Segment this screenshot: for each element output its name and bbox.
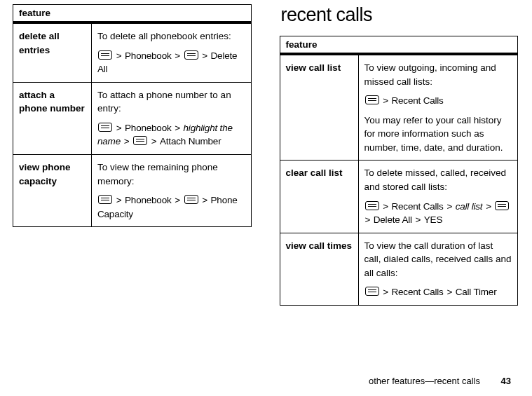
path-separator: > [446, 201, 455, 212]
path-token: Phonebook [125, 195, 172, 205]
desc-text: To view outgoing, incoming and missed ca… [364, 62, 496, 87]
feature-desc: To attach a phone number to an entry: > … [92, 82, 252, 154]
table-row: view call list To view outgoing, incomin… [280, 54, 518, 161]
feature-desc: To view the call duration of last call, … [358, 233, 518, 305]
table-row: attach a phone number To attach a phone … [13, 82, 252, 154]
table-row: clear call list To delete missed, called… [280, 161, 518, 233]
desc-text: To view the remaining phone memory: [97, 162, 218, 186]
table-header: feature [13, 5, 252, 23]
path-token: Recent Calls [392, 95, 444, 106]
nav-path: > Phonebook > > Phone Capacity [97, 193, 245, 221]
feature-desc: To delete all phonebook entries: > Phone… [92, 22, 252, 82]
path-token: YES [424, 214, 442, 225]
path-separator: > [116, 195, 125, 205]
page-footer: other features—recent calls 43 [369, 376, 511, 386]
path-separator: > [174, 50, 183, 61]
nav-path: > Phonebook > highlight the name > > Att… [97, 121, 245, 149]
menu-icon [184, 195, 198, 204]
menu-icon [365, 201, 379, 210]
menu-icon [98, 50, 112, 60]
menu-icon [184, 50, 198, 60]
nav-path: > Recent Calls > Call Timer [364, 285, 512, 299]
feature-name: clear call list [280, 161, 358, 233]
path-separator: > [382, 201, 391, 212]
path-token: Recent Calls [392, 201, 444, 212]
path-separator: > [151, 136, 160, 146]
path-token: Phonebook [125, 123, 172, 133]
table-row: view phone capacity To view the remainin… [13, 154, 252, 226]
feature-desc: To view the remaining phone memory: > Ph… [92, 154, 252, 226]
feature-name: view phone capacity [13, 154, 92, 226]
recent-calls-feature-table: feature view call list To view outgoing,… [280, 36, 519, 306]
footer-text: other features—recent calls [369, 376, 480, 386]
path-separator: > [174, 195, 183, 205]
nav-path: > Recent Calls > call list > > Delete Al… [364, 200, 512, 227]
phonebook-feature-table: feature delete all entries To delete all… [13, 4, 252, 227]
path-token: call list [456, 201, 483, 212]
menu-icon [98, 195, 112, 204]
feature-name: view call list [280, 54, 358, 161]
path-separator: > [116, 50, 125, 61]
path-separator: > [123, 136, 132, 146]
desc-text: To delete missed, called, received and s… [364, 168, 507, 192]
path-separator: > [446, 287, 455, 297]
feature-name: delete all entries [13, 22, 92, 82]
path-token: Phonebook [125, 50, 172, 61]
right-column: recent calls feature view call list To v… [280, 4, 519, 306]
desc-text: To view the call duration of last call, … [364, 240, 512, 278]
path-token: Attach Number [160, 136, 221, 146]
menu-icon [495, 201, 509, 210]
path-separator: > [382, 287, 391, 297]
feature-name: attach a phone number [13, 82, 92, 154]
menu-icon [98, 123, 112, 132]
path-separator: > [201, 50, 210, 61]
path-token: Call Timer [456, 287, 497, 297]
nav-path: > Phonebook > > Delete All [97, 49, 245, 76]
menu-icon [365, 95, 379, 104]
path-separator: > [116, 123, 125, 133]
nav-path: > Recent Calls [364, 94, 512, 108]
path-separator: > [364, 214, 374, 225]
menu-icon [133, 136, 147, 145]
desc-text: To attach a phone number to an entry: [97, 90, 231, 114]
desc-text: To delete all phonebook entries: [97, 31, 231, 41]
table-header: feature [280, 36, 518, 55]
path-token: Delete All [374, 214, 412, 225]
desc-extra: You may refer to your call history for m… [364, 114, 512, 155]
feature-name: view call times [280, 233, 358, 305]
feature-desc: To delete missed, called, received and s… [358, 161, 518, 233]
path-separator: > [382, 95, 391, 106]
menu-icon [365, 287, 379, 296]
table-row: delete all entries To delete all phonebo… [13, 22, 252, 82]
path-separator: > [415, 214, 424, 225]
path-separator: > [201, 195, 210, 205]
page-number: 43 [501, 376, 511, 386]
table-row: view call times To view the call duratio… [280, 233, 518, 305]
path-separator: > [485, 201, 494, 212]
left-column: feature delete all entries To delete all… [13, 4, 252, 306]
path-separator: > [174, 123, 183, 133]
path-token: Recent Calls [392, 287, 444, 297]
feature-desc: To view outgoing, incoming and missed ca… [358, 54, 518, 161]
section-title: recent calls [281, 4, 519, 26]
